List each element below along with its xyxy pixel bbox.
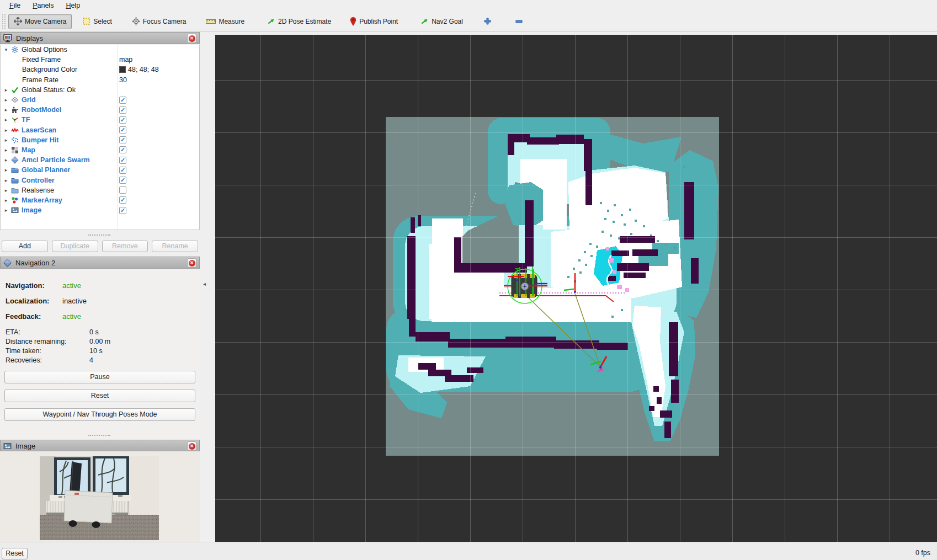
nav2-panel-header[interactable]: Navigation 2 ✕: [0, 257, 200, 269]
expander-icon[interactable]: ▸: [3, 207, 9, 213]
cabinet-wheel: [69, 520, 77, 527]
expander-icon[interactable]: ▸: [3, 167, 9, 173]
remove-tool-button[interactable]: [510, 14, 528, 29]
global-planner-checkbox[interactable]: ✓: [119, 167, 126, 174]
tree-row-laserscan[interactable]: ▸ LaserScan ✓: [1, 125, 199, 135]
fixed-frame-value[interactable]: map: [119, 56, 132, 63]
expander-icon[interactable]: ▸: [3, 157, 9, 163]
time-taken-row: Time taken:10 s: [6, 347, 193, 355]
folder-icon: [11, 177, 19, 184]
expander-icon[interactable]: ▸: [3, 198, 9, 203]
grid-icon: [11, 96, 19, 104]
expander-icon[interactable]: ▸: [3, 127, 9, 133]
expander-icon[interactable]: ▸: [3, 147, 9, 153]
close-icon: ✕: [189, 443, 195, 450]
rename-button[interactable]: Rename: [152, 241, 198, 252]
add-button[interactable]: Add: [2, 241, 48, 252]
panel-collapse-handle[interactable]: ◂: [203, 276, 211, 292]
navigation-status-value: active: [62, 281, 81, 290]
tree-row-global-status[interactable]: ▸ Global Status: Ok: [1, 85, 199, 95]
menu-file[interactable]: File: [4, 1, 25, 10]
robotmodel-checkbox[interactable]: ✓: [119, 106, 126, 114]
amcl-checkbox[interactable]: ✓: [119, 157, 126, 164]
window-right: [93, 456, 129, 495]
frame-rate-value[interactable]: 30: [119, 76, 127, 84]
tree-row-background-color[interactable]: Background Color 48; 48; 48: [1, 65, 199, 74]
add-tool-button[interactable]: [478, 14, 497, 29]
tree-row-markerarray[interactable]: ▸ MarkerArray ✓: [1, 195, 199, 205]
expander-icon[interactable]: ▸: [3, 117, 9, 122]
expander-icon[interactable]: ▸: [3, 107, 9, 113]
camera-image: [40, 456, 159, 540]
feedback-status-value: active: [62, 312, 81, 321]
bumper-hit-dots-icon: [11, 136, 19, 144]
tree-row-global-planner[interactable]: ▸ Global Planner ✓: [1, 165, 199, 175]
tree-row-frame-rate[interactable]: Frame Rate 30: [1, 75, 199, 85]
publish-point-button[interactable]: Publish Point: [344, 14, 403, 29]
measure-button[interactable]: Measure: [200, 14, 250, 29]
expander-icon[interactable]: ▸: [3, 97, 9, 103]
remove-button[interactable]: Remove: [102, 241, 148, 252]
displays-panel-title: Displays: [16, 34, 43, 42]
laserscan-checkbox[interactable]: ✓: [119, 126, 126, 134]
map-checkbox[interactable]: ✓: [119, 146, 126, 153]
distance-remaining-row: Distance remaining:0.00 m: [6, 338, 193, 345]
nav2-goal-button[interactable]: Nav2 Goal: [414, 14, 469, 29]
occupancy-map: [386, 117, 719, 456]
distance-remaining-value: 0.00 m: [89, 338, 110, 345]
duplicate-button[interactable]: Duplicate: [52, 241, 98, 252]
image-panel-header[interactable]: Image ✕: [0, 440, 200, 452]
nav2-reset-button[interactable]: Reset: [4, 390, 195, 402]
tree-row-robotmodel[interactable]: ▸ RobotModel ✓: [1, 105, 199, 115]
bumper-hit-checkbox[interactable]: ✓: [119, 136, 126, 143]
expander-icon[interactable]: ▸: [3, 87, 9, 93]
menu-panels[interactable]: Panels: [28, 1, 58, 10]
panel-resize-grip[interactable]: [88, 435, 110, 438]
gear-icon: [11, 46, 19, 54]
select-button[interactable]: Select: [77, 14, 117, 29]
menu-help[interactable]: Help: [61, 1, 85, 10]
minus-icon: [515, 20, 523, 23]
expander-icon[interactable]: ▸: [3, 188, 9, 193]
background-color-value[interactable]: 48; 48; 48: [119, 66, 159, 73]
expander-icon[interactable]: ▸: [3, 178, 9, 183]
nav2-panel-body: Navigation: active Localization: inactiv…: [0, 269, 200, 440]
nav2-panel-title: Navigation 2: [15, 259, 55, 267]
markerarray-checkbox[interactable]: ✓: [119, 196, 126, 204]
pose-estimate-button[interactable]: 2D Pose Estimate: [261, 14, 337, 29]
displays-button-row: Add Duplicate Remove Rename: [0, 241, 200, 252]
image-checkbox[interactable]: ✓: [119, 207, 126, 214]
expander-icon[interactable]: ▸: [3, 137, 9, 143]
status-ok-check-icon: [11, 86, 19, 94]
tree-row-grid[interactable]: ▸ Grid ✓: [1, 95, 199, 105]
tree-row-fixed-frame[interactable]: Fixed Frame map: [1, 55, 199, 65]
tree-row-bumper-hit[interactable]: ▸ Bumper Hit ✓: [1, 135, 199, 145]
time-reset-button[interactable]: Reset: [2, 548, 28, 559]
tree-row-map[interactable]: ▸ Map ✓: [1, 145, 199, 155]
image-icon: [11, 206, 19, 214]
toolbar-drag-handle[interactable]: [2, 14, 6, 29]
waypoint-mode-button[interactable]: Waypoint / Nav Through Poses Mode: [4, 408, 195, 421]
nav2-close-button[interactable]: ✕: [187, 258, 196, 268]
tree-row-realsense[interactable]: ▸ Realsense: [1, 185, 199, 195]
panel-resize-grip[interactable]: [88, 234, 110, 237]
displays-panel-header[interactable]: Displays ✕: [0, 32, 200, 44]
tree-row-image[interactable]: ▸ Image ✓: [1, 205, 199, 215]
move-camera-button[interactable]: Move Camera: [8, 14, 72, 29]
image-close-button[interactable]: ✕: [187, 441, 196, 451]
image-panel-body: [0, 451, 200, 542]
3d-viewport[interactable]: [215, 35, 937, 542]
tree-row-amcl-particle-swarm[interactable]: ▸ Amcl Particle Swarm ✓: [1, 155, 199, 165]
pause-button[interactable]: Pause: [4, 371, 195, 383]
tree-row-tf[interactable]: ▸ TF ✓: [1, 115, 199, 125]
realsense-checkbox[interactable]: [119, 186, 126, 194]
controller-checkbox[interactable]: ✓: [119, 177, 126, 184]
expander-icon[interactable]: ▾: [3, 47, 9, 52]
tree-row-global-options[interactable]: ▾ Global Options: [1, 45, 199, 55]
tf-checkbox[interactable]: ✓: [119, 116, 126, 124]
displays-close-button[interactable]: ✕: [187, 34, 196, 43]
focus-camera-button[interactable]: Focus Camera: [126, 14, 192, 29]
focus-camera-icon: [132, 17, 140, 25]
tree-row-controller[interactable]: ▸ Controller ✓: [1, 175, 199, 185]
grid-checkbox[interactable]: ✓: [119, 97, 126, 104]
